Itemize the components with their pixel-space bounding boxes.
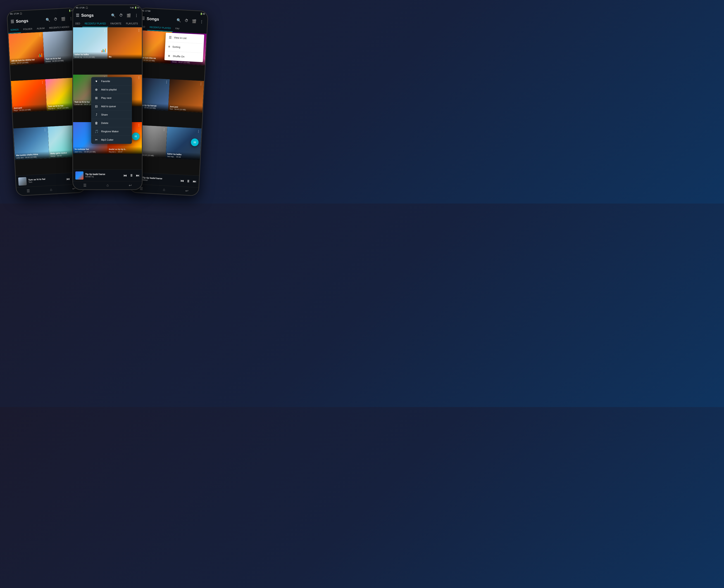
more-btn-right-5[interactable]: ⋮ (197, 129, 200, 133)
nav-home-right[interactable]: ⌂ (163, 188, 165, 192)
playlist-icon: ⊕ (94, 88, 98, 91)
more-btn-center-5[interactable]: ⋮ (137, 124, 141, 127)
time-left: 17:24 (14, 13, 19, 15)
more-btn-center-0[interactable]: ⋮ (103, 29, 106, 32)
pause-btn-center[interactable]: ⏸ (130, 173, 133, 177)
nav-back-center[interactable]: ↩ (129, 183, 132, 188)
context-mp3cutter[interactable]: ✂ Mp3 Cutter (91, 136, 132, 144)
np-controls-center: ⏮ ⏸ ⏭ (123, 173, 140, 177)
more-btn-center-3[interactable]: ⋮ (137, 76, 141, 79)
email-fab-center[interactable]: ✉ (132, 132, 140, 140)
nav-menu-left[interactable]: ☰ (27, 189, 30, 193)
tab-fav-right[interactable]: FAV (173, 25, 182, 32)
tab-folder-left[interactable]: FOLDER (21, 25, 35, 33)
share-icon: ⤴ (94, 113, 98, 117)
context-menu-center: ♥ Favorite ⊕ Add to playlist ⊞ Play next… (91, 77, 132, 144)
video-icon-center[interactable]: 🎬 (126, 13, 132, 19)
np-thumb-center (75, 171, 83, 180)
song-meta-center-4: Jaim Cru.. 04:36 (10 MB) (75, 151, 106, 153)
menu-icon-center[interactable]: ☰ (76, 13, 79, 18)
song-info-center-4: Ye rockstar hai Jaim Cru.. 04:36 (10 MB) (73, 147, 107, 154)
song-info-right-3: Joni joni Tom 04:43 (10 MB) (168, 104, 203, 113)
song-card-left-0[interactable]: ⋮ Jab se tum ko dekha hai vinny 04:37 (1… (8, 32, 44, 65)
more-btn-left-2[interactable]: ⋮ (41, 81, 44, 84)
context-add-playlist[interactable]: ⊕ Add to playlist (91, 85, 132, 94)
nav-home-center[interactable]: ⌂ (107, 183, 109, 188)
more-btn-right-3[interactable]: ⋮ (199, 82, 203, 85)
timer-icon-center[interactable]: ⏱ (118, 13, 124, 18)
favorite-icon: ♥ (94, 79, 98, 83)
song-card-right-5[interactable]: ⋮ Saher ka ladka Jais kap.. 04:48 ✉ (166, 127, 202, 160)
context-ringtone-label: Ringtone Maker (101, 130, 119, 133)
nav-menu-center[interactable]: ☰ (83, 183, 86, 188)
tab-recently-right[interactable]: RECENTLY PLAYED (147, 24, 173, 32)
sorting-icon: ≡ (168, 45, 170, 48)
dropdown-viewlist-label: View in List (174, 36, 187, 40)
context-share[interactable]: ⤴ Share (91, 111, 132, 119)
context-play-next[interactable]: ⊞ Play next (91, 94, 132, 102)
tab-playlists-center[interactable]: PLAYLISTS (124, 21, 140, 27)
tab-recently-left[interactable]: RECENTLY ADDED (47, 24, 72, 31)
prev-btn-left[interactable]: ⏮ (66, 177, 70, 181)
more-btn-left-0[interactable]: ⋮ (38, 34, 42, 37)
np-artist-center: Minde roj (85, 175, 122, 178)
shuffle-icon: ✕ (168, 54, 171, 58)
more-icon-right[interactable]: ⋮ (199, 18, 205, 25)
nav-home-left[interactable]: ⌂ (50, 188, 53, 192)
song-card-center-1[interactable]: ⋮ Ba (107, 27, 142, 59)
context-favorite[interactable]: ♥ Favorite (91, 77, 132, 85)
menu-icon-left[interactable]: ☰ (11, 19, 14, 24)
headphone-icon: 🎧 (20, 12, 22, 15)
more-btn-center-1[interactable]: ⋮ (137, 29, 141, 32)
np-info-right: Tip tip badel barse Melan (142, 176, 179, 183)
more-btn-right-2[interactable]: ⋮ (165, 80, 168, 84)
prev-btn-right[interactable]: ⏮ (180, 178, 184, 183)
prev-btn-center[interactable]: ⏮ (123, 173, 127, 177)
eq-bars-0 (38, 52, 42, 57)
status-bar-center: 4G 17:25 🎧 7.90 🔋73 (73, 5, 142, 10)
context-add-queue[interactable]: ⊟ Add to queue (91, 102, 132, 111)
song-title-center-0: Saher ka ladka (75, 54, 106, 56)
song-card-left-4[interactable]: ⋮ Mai tumko chahu kitna John den 04:42 (… (13, 127, 49, 160)
np-title-center: Tip tip badel barse (85, 173, 122, 175)
more-btn-left-4[interactable]: ⋮ (43, 128, 47, 131)
song-info-right-5: Saher ka ladka Jais kap.. 04:48 (166, 151, 200, 160)
delete-icon: 🗑 (94, 121, 98, 125)
np-info-left: Tum se hi to hai Tom (28, 176, 65, 183)
dropdown-sorting-label: Sorting (172, 45, 180, 49)
video-icon-left[interactable]: 🎬 (60, 16, 66, 22)
context-playnext-label: Play next (101, 97, 111, 99)
song-title-center-5: Badal se tip tip b.. (109, 148, 141, 151)
phone-center: 4G 17:25 🎧 7.90 🔋73 ☰ Songs 🔍 ⏱ 🎬 ⋮ DED … (73, 4, 143, 190)
timer-icon-left[interactable]: ⏱ (53, 16, 58, 22)
battery-icon-center: 7.90 🔋73 (130, 6, 139, 9)
more-icon-center[interactable]: ⋮ (134, 13, 139, 19)
np-info-center: Tip tip badel barse Minde roj (85, 173, 122, 178)
search-icon-left[interactable]: 🔍 (45, 17, 51, 23)
tab-songs-left[interactable]: SONGS (8, 26, 21, 34)
time-center: 17:25 (79, 6, 85, 9)
more-btn-right-4[interactable]: ⋮ (162, 128, 166, 131)
tab-album-left[interactable]: ALBUM (35, 25, 47, 32)
tab-favorite-center[interactable]: FAVORITE (108, 21, 124, 27)
timer-icon-right[interactable]: ⏱ (184, 18, 189, 24)
context-delete[interactable]: 🗑 Delete (91, 119, 132, 127)
song-card-center-0[interactable]: ⋮ Saher ka ladka Minde roj 11:21 (10 MB) (73, 27, 107, 59)
nav-back-right[interactable]: ↩ (185, 189, 188, 193)
context-ringtone[interactable]: 🎵 Ringtone Maker (91, 127, 132, 136)
search-icon-center[interactable]: 🔍 (110, 13, 117, 19)
song-card-left-2[interactable]: ⋮ Joni joni Rays 04:36 (10 MB) (11, 79, 47, 113)
video-icon-right[interactable]: 🎬 (191, 18, 197, 24)
pause-btn-right[interactable]: ⏸ (186, 179, 190, 183)
tab-ded-center[interactable]: DED (73, 21, 82, 27)
next-btn-right[interactable]: ⏭ (193, 179, 196, 184)
next-btn-center[interactable]: ⏭ (136, 173, 140, 177)
search-icon-right[interactable]: 🔍 (175, 17, 182, 23)
song-card-right-3[interactable]: ⋮ Joni joni Tom 04:43 (10 MB) (168, 79, 204, 113)
song-info-left-4: Mai tumko chahu kitna John den 04:42 (10… (15, 151, 49, 160)
np-controls-right: ⏮ ⏸ ⏭ (180, 178, 196, 184)
song-info-center-5: Badal se tip tip b.. Raj da s.. 04:37 (107, 147, 142, 154)
dropdown-menu-right: ☰ View in List ≡ Sorting ✕ Shuffle On (164, 33, 204, 62)
tab-recently-center[interactable]: RECENTLY PLAYED (82, 21, 108, 27)
app-title-left: Songs (16, 18, 43, 24)
